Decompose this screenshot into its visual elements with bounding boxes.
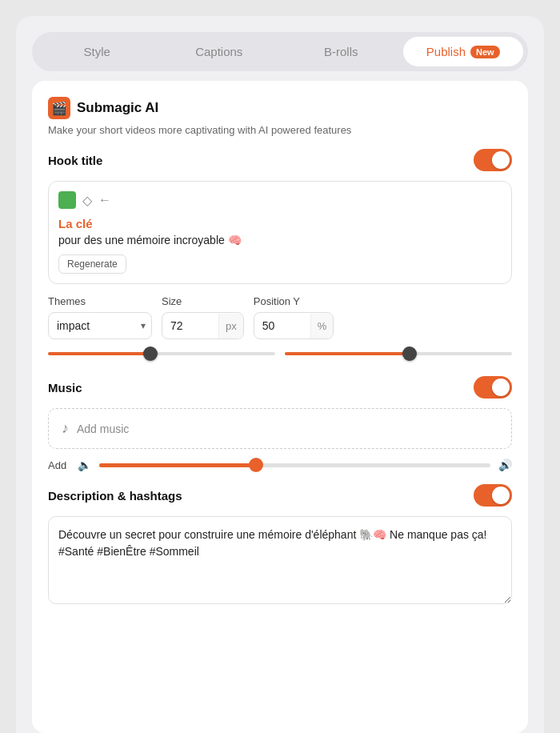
- position-slider-fill: [285, 352, 410, 355]
- description-section-row: Description & hashtags: [48, 484, 512, 507]
- tab-publish[interactable]: Publish New: [403, 37, 524, 66]
- size-slider-thumb[interactable]: [143, 346, 158, 361]
- hook-title-row: Hook title: [48, 149, 512, 171]
- position-slider-thumb[interactable]: [402, 346, 417, 361]
- position-y-unit: %: [310, 314, 334, 338]
- size-label: Size: [162, 295, 244, 307]
- themes-label: Themes: [48, 295, 152, 307]
- color-swatch[interactable]: [58, 191, 76, 209]
- hook-toolbar: ◇ ←: [58, 191, 502, 209]
- position-y-label: Position Y: [254, 295, 334, 307]
- volume-fill: [99, 463, 256, 467]
- position-y-input[interactable]: [254, 313, 310, 338]
- themes-select[interactable]: impact arial roboto helvetica: [48, 312, 152, 339]
- hook-title-label: Hook title: [48, 154, 102, 167]
- main-panel: 🎬 Submagic AI Make your short videos mor…: [32, 81, 528, 733]
- regenerate-button[interactable]: Regenerate: [58, 254, 126, 274]
- music-toggle[interactable]: [474, 376, 512, 399]
- hook-text-body: pour des une mémoire incroyable 🧠: [58, 234, 502, 246]
- controls-row: Themes impact arial roboto helvetica ▾ S…: [48, 295, 512, 339]
- position-slider-group: [285, 346, 512, 362]
- sliders-row: [48, 344, 512, 362]
- music-note-icon: ♪: [62, 420, 69, 437]
- tab-brolls[interactable]: B-rolls: [281, 37, 402, 66]
- size-slider-fill: [48, 352, 150, 355]
- size-slider-track[interactable]: [48, 352, 275, 355]
- themes-select-wrapper: impact arial roboto helvetica ▾: [48, 312, 152, 339]
- size-input-group: px: [162, 312, 244, 339]
- description-label: Description & hashtags: [48, 489, 182, 503]
- brand-header: 🎬 Submagic AI: [48, 97, 512, 119]
- hook-text-title: La clé: [58, 217, 502, 230]
- volume-high-icon: 🔊: [498, 459, 512, 471]
- music-section-row: Music: [48, 376, 512, 399]
- size-slider-group: [48, 346, 275, 362]
- tab-captions[interactable]: Captions: [159, 37, 280, 66]
- volume-thumb[interactable]: [249, 458, 263, 472]
- publish-new-badge: New: [470, 46, 500, 58]
- size-unit: px: [218, 314, 243, 338]
- volume-add-label: Add: [48, 459, 66, 471]
- themes-group: Themes impact arial roboto helvetica ▾: [48, 295, 152, 339]
- volume-low-icon: 🔈: [78, 459, 91, 471]
- brand-icon: 🎬: [48, 97, 70, 119]
- volume-row: Add 🔈 🔊: [48, 459, 512, 471]
- position-y-group: Position Y %: [254, 295, 334, 339]
- description-toggle[interactable]: [474, 484, 512, 507]
- diamond-icon[interactable]: ◇: [82, 193, 92, 208]
- tab-bar: Style Captions B-rolls Publish New: [32, 32, 528, 71]
- add-music-box[interactable]: ♪ Add music: [48, 408, 512, 449]
- brand-subtitle: Make your short videos more captivating …: [48, 124, 512, 136]
- description-textarea[interactable]: Découvre un secret pour construire une m…: [48, 516, 512, 604]
- size-group: Size px: [162, 295, 244, 339]
- volume-track[interactable]: [99, 463, 490, 467]
- brand-title: Submagic AI: [77, 100, 158, 116]
- back-arrow-icon[interactable]: ←: [98, 193, 111, 207]
- tab-publish-label: Publish: [426, 45, 466, 58]
- position-slider-track[interactable]: [285, 352, 512, 355]
- app-container: Style Captions B-rolls Publish New 🎬 Sub…: [16, 16, 544, 733]
- position-y-input-group: %: [254, 312, 334, 339]
- size-input[interactable]: [162, 313, 218, 338]
- hook-title-toggle[interactable]: [474, 149, 512, 171]
- add-music-label: Add music: [77, 423, 129, 435]
- tab-style[interactable]: Style: [37, 37, 158, 66]
- hook-card: ◇ ← La clé pour des une mémoire incroyab…: [48, 181, 512, 284]
- music-label: Music: [48, 381, 82, 395]
